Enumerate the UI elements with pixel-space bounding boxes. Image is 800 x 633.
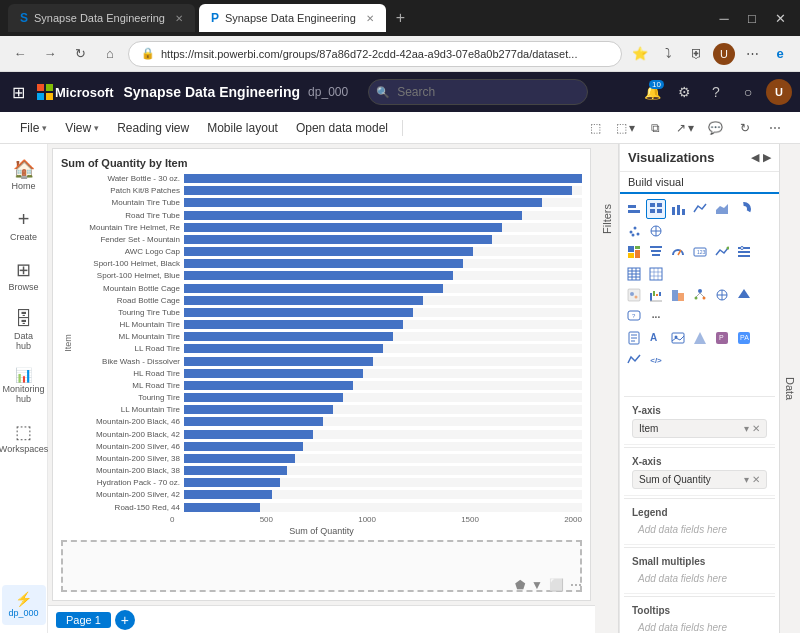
user-avatar[interactable]: U bbox=[766, 79, 792, 105]
help-icon[interactable]: ? bbox=[702, 78, 730, 106]
chart-type-image[interactable] bbox=[668, 328, 688, 348]
chart-type-key-influencers[interactable] bbox=[712, 285, 732, 305]
chart-container[interactable]: Sum of Quantity by Item Item Water Bottl… bbox=[52, 148, 591, 601]
chart-type-qna[interactable]: ? bbox=[624, 307, 644, 327]
new-tab-button[interactable]: + bbox=[390, 9, 411, 27]
chart-filter-icon[interactable]: ▼ bbox=[531, 578, 543, 592]
viz-build-tab[interactable]: Build visual bbox=[620, 172, 779, 194]
viz-expand-icon[interactable]: ▶ bbox=[763, 151, 771, 164]
chart-bar-row[interactable]: HL Mountain Tire bbox=[75, 320, 582, 329]
data-panel-label[interactable]: Data bbox=[779, 144, 800, 633]
chart-type-scatter[interactable] bbox=[624, 221, 644, 241]
chart-type-paginated[interactable] bbox=[624, 328, 644, 348]
chart-type-sparkline[interactable] bbox=[624, 350, 644, 370]
back-button[interactable]: ← bbox=[8, 42, 32, 66]
viz-collapse-icon[interactable]: ◀ bbox=[751, 151, 759, 164]
sidebar-item-create[interactable]: + Create bbox=[2, 202, 46, 249]
chart-type-html[interactable]: </> bbox=[646, 350, 666, 370]
menu-icon-share[interactable]: ↗ ▾ bbox=[672, 115, 698, 141]
chart-bar-row[interactable]: Mountain Tire Helmet, Re bbox=[75, 223, 582, 232]
chart-bar-row[interactable]: Mountain-200 Black, 42 bbox=[75, 430, 582, 439]
chart-bar-row[interactable]: Hydration Pack - 70 oz. bbox=[75, 478, 582, 487]
tab-2-close[interactable]: ✕ bbox=[366, 13, 374, 24]
chart-bar-row[interactable]: Mountain-200 Silver, 42 bbox=[75, 490, 582, 499]
page-1-tab[interactable]: Page 1 bbox=[56, 612, 111, 628]
chart-type-text[interactable]: A bbox=[646, 328, 666, 348]
chart-type-slicer[interactable] bbox=[734, 242, 754, 262]
notification-icon[interactable]: 🔔 10 bbox=[638, 78, 666, 106]
chart-type-decomp[interactable] bbox=[690, 285, 710, 305]
chart-type-treemap[interactable] bbox=[624, 242, 644, 262]
chart-type-shape[interactable] bbox=[690, 328, 710, 348]
forward-button[interactable]: → bbox=[38, 42, 62, 66]
tab-1-close[interactable]: ✕ bbox=[175, 13, 183, 24]
chart-type-waterfall[interactable] bbox=[646, 285, 666, 305]
chart-type-power-auto[interactable]: PA bbox=[734, 328, 754, 348]
chart-bar-row[interactable]: Sport-100 Helmet, Black bbox=[75, 259, 582, 268]
chart-bar-row[interactable]: Mountain-200 Silver, 46 bbox=[75, 442, 582, 451]
account-icon[interactable]: ○ bbox=[734, 78, 762, 106]
chart-bar-row[interactable]: Mountain Bottle Cage bbox=[75, 284, 582, 293]
chart-bar-row[interactable]: LL Mountain Tire bbox=[75, 405, 582, 414]
chart-bar-row[interactable]: Sport-100 Helmet, Blue bbox=[75, 271, 582, 280]
chart-bar-row[interactable]: ML Road Tire bbox=[75, 381, 582, 390]
chart-bar-row[interactable]: Mountain-200 Silver, 38 bbox=[75, 454, 582, 463]
chart-bar-row[interactable]: Fender Set - Mountain bbox=[75, 235, 582, 244]
chart-type-kpi[interactable] bbox=[712, 242, 732, 262]
chart-type-map[interactable] bbox=[646, 221, 666, 241]
chart-bar-row[interactable]: Touring Tire bbox=[75, 393, 582, 402]
chart-type-clustered-bar[interactable] bbox=[646, 199, 666, 219]
more-options-button[interactable]: ⋯ bbox=[740, 42, 764, 66]
menu-view[interactable]: View ▾ bbox=[57, 117, 107, 139]
add-page-button[interactable]: + bbox=[115, 610, 135, 630]
chart-bar-row[interactable]: Mountain Tire Tube bbox=[75, 198, 582, 207]
sidebar-item-monitoring[interactable]: 📊 Monitoring hub bbox=[2, 361, 46, 411]
chart-type-area[interactable] bbox=[712, 199, 732, 219]
settings-icon[interactable]: ⚙ bbox=[670, 78, 698, 106]
refresh-button[interactable]: ↻ bbox=[68, 42, 92, 66]
pbi-search-wrap[interactable]: 🔍 bbox=[368, 79, 588, 105]
chart-type-stacked-bar[interactable] bbox=[624, 199, 644, 219]
chart-type-table[interactable] bbox=[624, 264, 644, 284]
ext-icon-1[interactable]: ⭐ bbox=[628, 42, 652, 66]
x-axis-field[interactable]: Sum of Quantity ▾ ✕ bbox=[632, 470, 767, 489]
sidebar-item-dp000[interactable]: ⚡ dp_000 bbox=[2, 585, 46, 625]
chart-bar-row[interactable]: Mountain-200 Black, 46 bbox=[75, 417, 582, 426]
chart-more-icon[interactable]: ⋯ bbox=[570, 578, 582, 592]
chart-type-card[interactable]: 123 bbox=[690, 242, 710, 262]
small-multiples-add[interactable]: Add data fields here bbox=[632, 570, 767, 587]
chart-bar-row[interactable]: Road Tire Tube bbox=[75, 211, 582, 220]
restore-button[interactable]: □ bbox=[740, 6, 764, 30]
menu-mobile-layout[interactable]: Mobile layout bbox=[199, 117, 286, 139]
chart-type-funnel[interactable] bbox=[646, 242, 666, 262]
profile-icon[interactable]: U bbox=[712, 42, 736, 66]
chart-type-gauge[interactable] bbox=[668, 242, 688, 262]
chart-bar-row[interactable]: HL Road Tire bbox=[75, 369, 582, 378]
chart-bar-row[interactable]: AWC Logo Cap bbox=[75, 247, 582, 256]
chart-bar-row[interactable]: Road-150 Red, 44 bbox=[75, 503, 582, 512]
menu-file[interactable]: File ▾ bbox=[12, 117, 55, 139]
sidebar-item-home[interactable]: 🏠 Home bbox=[2, 152, 46, 198]
sidebar-item-data-hub[interactable]: 🗄 Data hub bbox=[2, 303, 46, 358]
chart-bar-row[interactable]: LL Road Tire bbox=[75, 344, 582, 353]
ext-icon-3[interactable]: ⛨ bbox=[684, 42, 708, 66]
legend-add[interactable]: Add data fields here bbox=[632, 521, 767, 538]
menu-open-data-model[interactable]: Open data model bbox=[288, 117, 396, 139]
chart-type-pie[interactable] bbox=[734, 199, 754, 219]
chart-expand-icon[interactable]: ⬟ bbox=[515, 578, 525, 592]
address-bar[interactable]: 🔒 https://msit.powerbi.com/groups/87a86d… bbox=[128, 41, 622, 67]
edge-icon[interactable]: e bbox=[768, 42, 792, 66]
tab-2[interactable]: P Synapse Data Engineering ✕ bbox=[199, 4, 386, 32]
grid-icon[interactable]: ⊞ bbox=[8, 79, 29, 106]
chart-bar-row[interactable]: Water Bottle - 30 oz. bbox=[75, 174, 582, 183]
chart-bar-row[interactable]: Road Bottle Cage bbox=[75, 296, 582, 305]
menu-icon-copy[interactable]: ⧉ bbox=[642, 115, 668, 141]
tab-1[interactable]: S Synapse Data Engineering ✕ bbox=[8, 4, 195, 32]
chart-type-column[interactable] bbox=[668, 199, 688, 219]
chart-type-ai[interactable] bbox=[734, 285, 754, 305]
minimize-button[interactable]: ─ bbox=[712, 6, 736, 30]
y-axis-field[interactable]: Item ▾ ✕ bbox=[632, 419, 767, 438]
sidebar-item-browse[interactable]: ⊞ Browse bbox=[2, 253, 46, 299]
chart-type-line[interactable] bbox=[690, 199, 710, 219]
ext-icon-2[interactable]: ⤵ bbox=[656, 42, 680, 66]
